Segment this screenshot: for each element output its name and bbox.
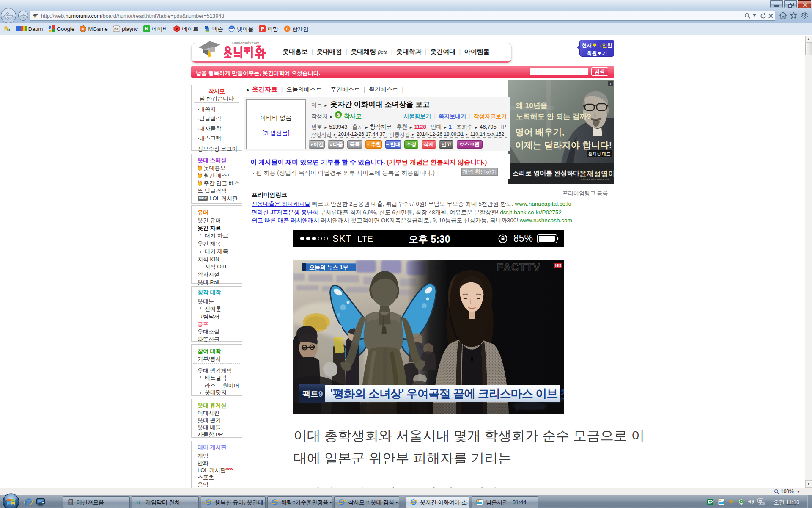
svg-text:윤재성영이: 윤재성영이: [579, 170, 614, 178]
svg-text:소리로 영어를 완성하다: 소리로 영어를 완성하다: [513, 169, 579, 177]
svg-text:nc: nc: [114, 27, 119, 31]
svg-text:윤재성 대표: 윤재성 대표: [588, 152, 611, 156]
svg-text:이제는 달라져야 합니다!: 이제는 달라져야 합니다!: [515, 140, 612, 150]
svg-text:FACTTV: FACTTV: [497, 261, 540, 273]
svg-text:영어 배우기,: 영어 배우기,: [515, 127, 565, 137]
svg-text:팩트9: 팩트9: [302, 389, 323, 398]
svg-text:'평화의 소녀상' 우여곡절 끝에 크리스마스 이브 첫 선: '평화의 소녀상' 우여곡절 끝에 크리스마스 이브 첫 선: [330, 387, 564, 400]
svg-text:왜 10년을: 왜 10년을: [516, 102, 548, 110]
svg-text:L: L: [139, 502, 142, 505]
svg-text:오늘의 뉴스 1부: 오늘의 뉴스 1부: [309, 264, 348, 271]
svg-text:YUNJEASUNG ENGLISH: YUNJEASUNG ENGLISH: [580, 178, 609, 181]
svg-text:HD: HD: [555, 263, 561, 268]
svg-text:m: m: [82, 27, 85, 31]
svg-text:i: i: [610, 81, 612, 86]
svg-text:노력해도 안 되는 걸까?: 노력해도 안 되는 걸까?: [516, 113, 591, 121]
